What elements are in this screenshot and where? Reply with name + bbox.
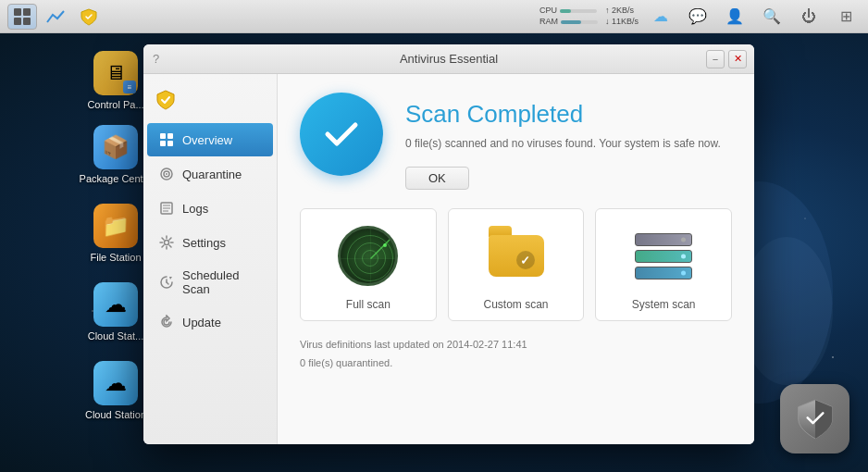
svg-rect-10 bbox=[23, 8, 31, 16]
window-close-button[interactable]: ✕ bbox=[728, 50, 747, 68]
window-controls: − ✕ bbox=[706, 44, 747, 73]
svg-rect-15 bbox=[160, 141, 166, 146]
svg-point-3 bbox=[805, 218, 806, 219]
window-titlebar: ? Antivirus Essential − ✕ bbox=[143, 44, 754, 74]
scan-success-icon bbox=[300, 93, 383, 176]
svg-rect-12 bbox=[23, 18, 31, 25]
taskbar-user-icon[interactable]: 👤 bbox=[720, 4, 750, 30]
desktop-icon-cloud-station-1-label: Cloud Stat... bbox=[88, 330, 144, 342]
taskbar-search-icon[interactable]: 🔍 bbox=[757, 4, 787, 30]
taskbar-right-section: CPU RAM ↑ 2KB/s ↓ 11KB/s ☁ 💬 👤 🔍 ⏻ ⊞ bbox=[539, 4, 861, 30]
window-minimize-button[interactable]: − bbox=[706, 50, 725, 68]
svg-rect-14 bbox=[167, 133, 173, 139]
full-scan-icon bbox=[336, 224, 401, 289]
custom-scan-icon: ✓ bbox=[484, 224, 549, 289]
full-scan-label: Full scan bbox=[346, 298, 391, 311]
window-help-icon[interactable]: ? bbox=[153, 44, 159, 73]
system-scan-card[interactable]: System scan bbox=[595, 208, 732, 321]
desktop-icon-package-center-label: Package Center bbox=[80, 173, 153, 185]
full-scan-card[interactable]: Full scan bbox=[300, 208, 437, 321]
sidebar-item-update-label: Update bbox=[182, 316, 221, 329]
svg-line-26 bbox=[167, 282, 168, 284]
taskbar-grid-icon[interactable] bbox=[7, 4, 37, 30]
desktop-icon-cloud-station-2[interactable]: ☁ Cloud Station bbox=[79, 361, 153, 421]
sidebar-item-scheduled-scan[interactable]: Scheduled Scan bbox=[147, 260, 273, 304]
network-indicator: ↑ 2KB/s ↓ 11KB/s bbox=[605, 6, 639, 27]
sidebar-item-logs[interactable]: Logs bbox=[147, 192, 273, 225]
svg-point-19 bbox=[166, 173, 167, 175]
system-scan-icon bbox=[631, 224, 696, 289]
sidebar-item-settings-label: Settings bbox=[182, 236, 226, 250]
taskbar: CPU RAM ↑ 2KB/s ↓ 11KB/s ☁ 💬 👤 🔍 ⏻ ⊞ bbox=[0, 0, 868, 33]
update-icon bbox=[158, 314, 175, 330]
scan-subtitle: 0 file(s) scanned and no viruses found. … bbox=[405, 136, 721, 152]
scan-options: Full scan ✓ Cus bbox=[300, 208, 732, 321]
desktop-icon-cloud-station-1[interactable]: ☁ Cloud Stat... bbox=[79, 282, 153, 342]
svg-point-8 bbox=[740, 237, 833, 385]
logs-icon bbox=[158, 200, 175, 217]
settings-icon bbox=[158, 234, 175, 251]
custom-scan-card[interactable]: ✓ Custom scan bbox=[448, 208, 585, 321]
taskbar-power-icon[interactable]: ⏻ bbox=[794, 4, 824, 30]
sidebar: Overview Quarantine bbox=[143, 74, 278, 444]
scan-info: Scan Completed 0 file(s) scanned and no … bbox=[405, 93, 721, 190]
overview-icon bbox=[158, 131, 175, 148]
net-up: ↑ 2KB/s bbox=[605, 6, 639, 17]
antivirus-window: ? Antivirus Essential − ✕ bbox=[143, 44, 754, 444]
taskbar-layout-icon[interactable]: ⊞ bbox=[831, 4, 861, 30]
antivirus-logo-icon bbox=[155, 89, 177, 111]
quarantined-text: 0 file(s) quarantined. bbox=[300, 354, 732, 373]
desktop-icon-cloud-station-2-label: Cloud Station bbox=[85, 409, 146, 421]
sidebar-item-overview-label: Overview bbox=[182, 133, 232, 147]
taskbar-shield-icon[interactable] bbox=[74, 4, 104, 30]
scheduled-scan-icon bbox=[158, 274, 175, 291]
net-down: ↓ 11KB/s bbox=[605, 17, 639, 28]
desktop-icon-file-station-label: File Station bbox=[90, 252, 141, 264]
scan-completed-title: Scan Completed bbox=[405, 100, 721, 129]
desktop-icon-control-panel-label: Control Pa... bbox=[87, 99, 143, 111]
sidebar-item-quarantine[interactable]: Quarantine bbox=[147, 157, 273, 191]
window-body: Overview Quarantine bbox=[143, 74, 754, 444]
shield-badge bbox=[780, 384, 849, 453]
sidebar-item-overview[interactable]: Overview bbox=[147, 123, 273, 156]
cpu-label: CPU bbox=[539, 6, 557, 17]
footer-info: Virus definitions last updated on 2014-0… bbox=[300, 336, 732, 373]
taskbar-message-icon[interactable]: 💬 bbox=[683, 4, 713, 30]
svg-rect-16 bbox=[167, 141, 173, 146]
cpu-ram-indicator: CPU RAM bbox=[539, 6, 598, 27]
sidebar-item-logs-label: Logs bbox=[182, 202, 208, 216]
desktop-icon-control-panel[interactable]: 🖥 ≡ Control Pa... bbox=[79, 51, 153, 111]
sidebar-item-quarantine-label: Quarantine bbox=[182, 168, 242, 181]
main-content: Scan Completed 0 file(s) scanned and no … bbox=[278, 74, 754, 444]
svg-point-24 bbox=[165, 241, 169, 245]
ram-label: RAM bbox=[539, 17, 558, 28]
custom-scan-label: Custom scan bbox=[483, 298, 548, 311]
svg-rect-13 bbox=[160, 133, 166, 139]
svg-point-4 bbox=[832, 356, 834, 358]
virus-definitions-text: Virus definitions last updated on 2014-0… bbox=[300, 336, 732, 354]
svg-point-27 bbox=[383, 243, 387, 247]
ok-button[interactable]: OK bbox=[405, 167, 469, 190]
svg-rect-9 bbox=[14, 8, 21, 16]
sidebar-item-settings[interactable]: Settings bbox=[147, 226, 273, 259]
window-title: Antivirus Essential bbox=[400, 52, 498, 66]
taskbar-cloud-icon[interactable]: ☁ bbox=[646, 4, 676, 30]
sidebar-item-update[interactable]: Update bbox=[147, 305, 273, 339]
quarantine-icon bbox=[158, 166, 175, 182]
svg-rect-11 bbox=[14, 18, 21, 25]
desktop-icon-package-center[interactable]: 📦 Package Center bbox=[79, 125, 153, 185]
desktop-icon-file-station[interactable]: 📁 File Station bbox=[79, 204, 153, 264]
scan-completed-section: Scan Completed 0 file(s) scanned and no … bbox=[300, 93, 732, 190]
sidebar-logo bbox=[143, 81, 277, 122]
system-scan-label: System scan bbox=[632, 298, 696, 311]
taskbar-chart-icon[interactable] bbox=[41, 4, 70, 30]
sidebar-item-scheduled-scan-label: Scheduled Scan bbox=[182, 268, 262, 296]
